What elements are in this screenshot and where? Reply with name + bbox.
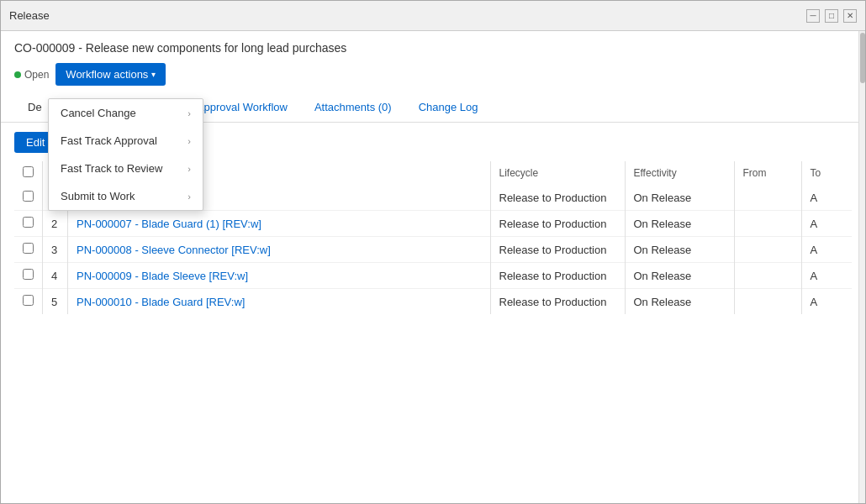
title-bar-left: Release xyxy=(9,9,50,22)
fast-track-review-label: Fast Track to Review xyxy=(61,162,162,175)
header-section: CO-000009 - Release new components for l… xyxy=(1,31,865,86)
row-effectivity: On Release xyxy=(625,263,734,289)
row-lifecycle: Release to Production xyxy=(490,211,625,237)
tab-change-log[interactable]: Change Log xyxy=(405,94,492,122)
row-checkbox[interactable] xyxy=(23,243,34,254)
row-lifecycle: Release to Production xyxy=(490,237,625,263)
row-from xyxy=(734,263,801,289)
table-row: 4 PN-000009 - Blade Sleeve [REV:w] Relea… xyxy=(14,263,852,289)
dropdown-item-fast-track-approval[interactable]: Fast Track Approval › xyxy=(49,127,203,155)
row-checkbox[interactable] xyxy=(23,295,34,306)
dropdown-item-cancel-change[interactable]: Cancel Change › xyxy=(49,99,203,127)
row-effectivity: On Release xyxy=(625,237,734,263)
row-checkbox-cell xyxy=(14,211,43,237)
row-checkbox-cell xyxy=(14,263,43,289)
workflow-actions-button[interactable]: Workflow actions ▾ xyxy=(55,63,166,86)
row-checkbox[interactable] xyxy=(23,269,34,280)
title-bar: Release ─ □ ✕ xyxy=(1,1,865,31)
table-row: 2 PN-000007 - Blade Guard (1) [REV:w] Re… xyxy=(14,211,852,237)
window-content: CO-000009 - Release new components for l… xyxy=(1,31,865,503)
row-name-link[interactable]: PN-000008 - Sleeve Connector [REV:w] xyxy=(77,244,271,256)
th-lifecycle: Lifecycle xyxy=(490,161,625,185)
window-title: Release xyxy=(9,9,50,22)
row-name-link[interactable]: PN-000007 - Blade Guard (1) [REV:w] xyxy=(77,218,261,230)
row-name: PN-000007 - Blade Guard (1) [REV:w] xyxy=(68,211,491,237)
title-bar-controls: ─ □ ✕ xyxy=(806,9,857,23)
cancel-change-arrow-icon: › xyxy=(187,108,191,118)
fast-track-approval-label: Fast Track Approval xyxy=(61,134,157,147)
row-effectivity: On Release xyxy=(625,211,734,237)
row-to: A xyxy=(801,185,852,211)
row-effectivity: On Release xyxy=(625,289,734,315)
table-row: 5 PN-000010 - Blade Guard [REV:w] Releas… xyxy=(14,289,852,315)
row-from xyxy=(734,237,801,263)
workflow-dropdown-menu: Cancel Change › Fast Track Approval › Fa… xyxy=(48,98,203,211)
main-window: Release ─ □ ✕ CO-000009 - Release new co… xyxy=(0,0,866,504)
dropdown-item-submit-to-work[interactable]: Submit to Work › xyxy=(49,182,203,210)
row-to: A xyxy=(801,211,852,237)
dropdown-item-fast-track-review[interactable]: Fast Track to Review › xyxy=(49,155,203,182)
row-name: PN-000010 - Blade Guard [REV:w] xyxy=(68,289,491,315)
row-from xyxy=(734,211,801,237)
row-name-link[interactable]: PN-000009 - Blade Sleeve [REV:w] xyxy=(77,270,248,282)
row-lifecycle: Release to Production xyxy=(490,263,625,289)
th-from: From xyxy=(734,161,801,185)
th-effectivity: Effectivity xyxy=(625,161,734,185)
fast-track-approval-arrow-icon: › xyxy=(187,136,191,146)
row-lifecycle: Release to Production xyxy=(490,185,625,211)
fast-track-review-arrow-icon: › xyxy=(187,164,191,174)
select-all-checkbox[interactable] xyxy=(23,166,34,177)
cancel-change-label: Cancel Change xyxy=(61,107,136,119)
workflow-actions-label: Workflow actions xyxy=(66,68,148,81)
row-effectivity: On Release xyxy=(625,185,734,211)
status-dot-icon xyxy=(14,71,21,78)
tab-attachments[interactable]: Attachments (0) xyxy=(301,94,405,122)
table-row: 3 PN-000008 - Sleeve Connector [REV:w] R… xyxy=(14,237,852,263)
toolbar: Open Workflow actions ▾ Cancel Change › … xyxy=(14,63,852,86)
row-checkbox-cell xyxy=(14,289,43,315)
th-checkbox xyxy=(14,161,43,185)
row-checkbox-cell xyxy=(14,237,43,263)
th-to: To xyxy=(801,161,852,185)
row-number: 3 xyxy=(43,237,68,263)
row-name-link[interactable]: PN-000010 - Blade Guard [REV:w] xyxy=(77,296,245,308)
close-button[interactable]: ✕ xyxy=(843,9,857,23)
submit-to-work-arrow-icon: › xyxy=(187,192,191,202)
submit-to-work-label: Submit to Work xyxy=(61,190,135,202)
status-badge: Open xyxy=(14,69,49,81)
maximize-button[interactable]: □ xyxy=(825,9,838,23)
row-to: A xyxy=(801,237,852,263)
row-to: A xyxy=(801,289,852,315)
co-title: CO-000009 - Release new components for l… xyxy=(14,41,852,55)
row-name: PN-000009 - Blade Sleeve [REV:w] xyxy=(68,263,491,289)
minimize-button[interactable]: ─ xyxy=(806,9,820,23)
row-checkbox[interactable] xyxy=(23,191,34,202)
workflow-chevron-icon: ▾ xyxy=(151,70,156,79)
row-number: 2 xyxy=(43,211,68,237)
row-from xyxy=(734,289,801,315)
status-label: Open xyxy=(24,69,49,81)
row-number: 5 xyxy=(43,289,68,315)
row-to: A xyxy=(801,263,852,289)
row-name: PN-000008 - Sleeve Connector [REV:w] xyxy=(68,237,491,263)
row-from xyxy=(734,185,801,211)
row-number: 4 xyxy=(43,263,68,289)
row-lifecycle: Release to Production xyxy=(490,289,625,315)
scrollbar[interactable] xyxy=(858,31,865,503)
row-checkbox[interactable] xyxy=(23,217,34,228)
row-checkbox-cell xyxy=(14,185,43,211)
scrollbar-thumb[interactable] xyxy=(860,33,865,83)
